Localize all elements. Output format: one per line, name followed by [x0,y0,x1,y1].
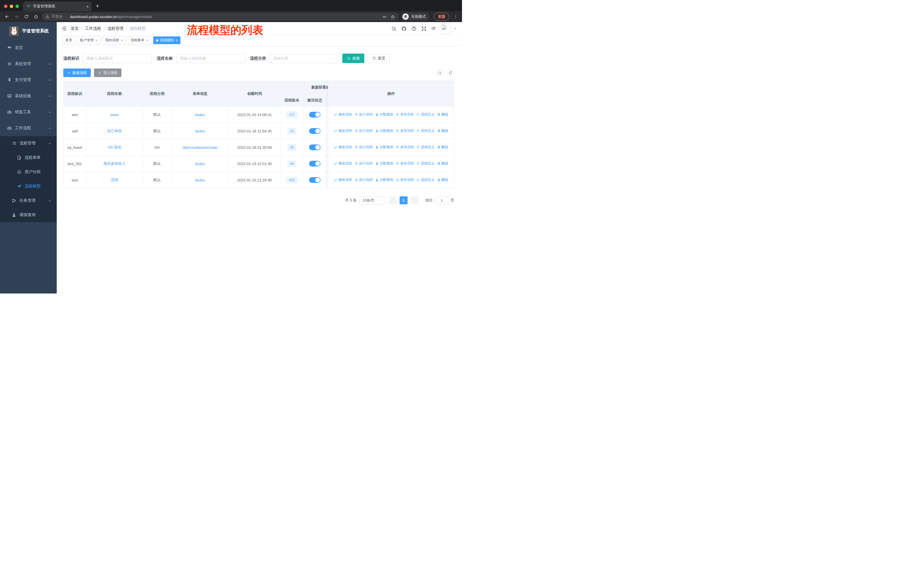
process-name-link[interactable]: eeee [110,112,119,117]
active-toggle[interactable] [309,144,320,150]
assign-rule-link[interactable]: 分配规则 [375,177,393,182]
avatar[interactable] [440,23,451,34]
tag-process-form[interactable]: 流程表单× [128,36,151,44]
github-icon[interactable] [401,26,406,31]
tag-home[interactable]: 首页 [63,36,75,44]
design-process-link[interactable]: 设计流程 [355,161,373,166]
minimize-window-button[interactable] [10,5,13,8]
address-bar[interactable]: 不安全 | dashboard.yudao.iocoder.cn/bpm/man… [42,13,398,21]
fullscreen-icon[interactable] [421,26,426,31]
tab-close-icon[interactable]: × [86,4,89,8]
breadcrumb-workflow[interactable]: 工作流程 [85,26,101,31]
process-name-link[interactable]: 滔博 [111,177,118,183]
edit-process-link[interactable]: 修改流程 [334,161,352,166]
version-badge[interactable]: v21 [286,177,297,184]
sidebar-item-workflow[interactable]: 工作流程 [0,120,57,136]
next-page-button[interactable] [411,196,419,204]
home-icon[interactable] [32,13,40,21]
header-search-icon[interactable] [391,26,396,31]
process-name-input[interactable] [176,54,245,63]
edit-process-link[interactable]: 修改流程 [334,128,352,133]
form-link[interactable]: biubiu [195,112,205,117]
breadcrumb-process-mgmt[interactable]: 流程管理 [107,26,124,31]
category-select[interactable]: 流程分类 [269,54,338,63]
caret-down-icon[interactable] [454,27,457,30]
form-link[interactable]: /bpm/oa/leave/create [183,146,218,150]
active-toggle[interactable] [309,177,320,183]
assign-rule-link[interactable]: 分配规则 [375,128,393,133]
process-definition-link[interactable]: 流程定义 [416,128,434,133]
form-link[interactable]: biubiu [195,129,205,133]
browser-tab[interactable]: 芋道管理系统 × [23,2,92,11]
back-icon[interactable] [3,13,11,21]
browser-menu-icon[interactable] [451,14,459,19]
active-toggle[interactable] [309,112,320,117]
new-tab-button[interactable]: + [92,3,99,11]
forward-icon[interactable] [13,13,21,21]
process-definition-link[interactable]: 流程定义 [416,112,434,117]
create-process-button[interactable]: 新建流程 [63,68,91,77]
tag-process-model-active[interactable]: 流程模型× [153,36,181,44]
tag-tenant[interactable]: 租户管理× [77,36,101,44]
design-process-link[interactable]: 设计流程 [355,128,373,133]
show-search-toggle-button[interactable] [436,69,444,77]
process-key-input[interactable] [83,54,152,63]
publish-process-link[interactable]: 发布流程 [396,177,414,182]
sidebar-item-home[interactable]: 首页 [0,40,57,56]
design-process-link[interactable]: 设计流程 [355,112,373,117]
process-name-link[interactable]: 测试多审批人 [103,161,126,166]
edit-process-link[interactable]: 修改流程 [334,145,352,150]
publish-process-link[interactable]: 发布流程 [396,161,414,166]
delete-link[interactable]: 删除 [437,161,448,166]
version-badge[interactable]: v5 [287,144,297,151]
delete-link[interactable]: 删除 [437,128,448,133]
help-icon[interactable] [411,26,416,31]
sidebar-item-devtools[interactable]: 研发工具 [0,104,57,120]
edit-process-link[interactable]: 修改流程 [334,112,352,117]
reload-icon[interactable] [22,13,30,21]
process-name-link[interactable]: OA 请假 [108,145,121,150]
zoom-window-button[interactable] [15,5,19,8]
design-process-link[interactable]: 设计流程 [355,145,373,150]
sidebar-logo-row[interactable]: 芋道管理系统 [0,22,57,40]
process-definition-link[interactable]: 流程定义 [416,161,434,166]
sidebar-item-process-mgmt[interactable]: 流程管理 [0,136,57,150]
version-badge[interactable]: v17 [286,111,297,118]
assign-rule-link[interactable]: 分配规则 [375,161,393,166]
active-toggle[interactable] [309,161,320,167]
process-name-link[interactable]: 自己审批 [107,128,122,134]
search-button[interactable]: 搜索 [342,54,364,63]
edit-process-link[interactable]: 修改流程 [334,177,352,182]
publish-process-link[interactable]: 发布流程 [396,145,414,150]
goto-page-input[interactable] [435,196,448,204]
design-process-link[interactable]: 设计流程 [355,177,373,182]
process-definition-link[interactable]: 流程定义 [416,177,434,182]
sidebar-item-payment[interactable]: ¥ 支付管理 [0,72,57,88]
sidebar-item-process-model[interactable]: 流程模型 [0,179,57,193]
publish-process-link[interactable]: 发布流程 [396,112,414,117]
delete-link[interactable]: 删除 [437,177,448,182]
process-definition-link[interactable]: 流程定义 [416,145,434,150]
assign-rule-link[interactable]: 分配规则 [375,112,393,117]
menu-fold-icon[interactable] [61,26,67,31]
assign-rule-link[interactable]: 分配规则 [375,145,393,150]
active-toggle[interactable] [309,128,320,134]
publish-process-link[interactable]: 发布流程 [396,128,414,133]
tag-my-process[interactable]: 我的流程× [102,36,126,44]
key-icon[interactable] [382,15,387,19]
sidebar-item-leave-query[interactable]: 请假查询 [0,208,57,222]
close-icon[interactable]: × [121,38,123,42]
version-badge[interactable]: v2 [287,128,297,134]
close-icon[interactable]: × [146,38,148,42]
prev-page-button[interactable] [389,196,397,204]
version-badge[interactable]: v4 [287,160,297,167]
page-number-current[interactable]: 1 [399,196,408,204]
sidebar-item-infra[interactable]: 基础设施 [0,88,57,104]
sidebar-item-process-form[interactable]: 流程表单 [0,150,57,165]
close-icon[interactable]: × [96,38,98,42]
breadcrumb-home[interactable]: 首页 [71,26,79,31]
form-link[interactable]: biubiu [195,178,205,182]
bookmark-star-icon[interactable] [391,15,395,19]
page-size-select[interactable]: 10条/页 [360,196,386,204]
browser-update-button[interactable]: 更新 [434,13,449,21]
